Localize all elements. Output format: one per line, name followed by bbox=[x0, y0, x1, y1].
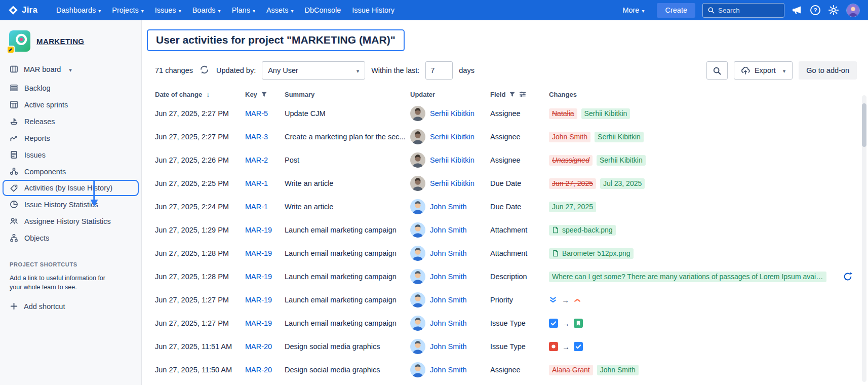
chevron-down-icon bbox=[66, 65, 72, 73]
updater-link[interactable]: Serhii Kibitkin bbox=[430, 109, 475, 118]
updater-link[interactable]: John Smith bbox=[430, 226, 467, 234]
nav-boards[interactable]: Boards bbox=[187, 0, 226, 20]
jira-logo[interactable]: Jira bbox=[8, 5, 37, 15]
vertical-scrollbar[interactable] bbox=[862, 95, 866, 382]
updater-link[interactable]: Serhii Kibitkin bbox=[430, 179, 475, 187]
updater-link[interactable]: Serhii Kibitkin bbox=[430, 133, 475, 141]
change-date: Jun 27, 2025, 1:27 PM bbox=[155, 296, 245, 304]
components-icon bbox=[10, 167, 18, 176]
issue-key-link[interactable]: MAR-3 bbox=[245, 133, 268, 141]
priority-lowest-icon bbox=[549, 296, 558, 304]
global-search[interactable] bbox=[702, 3, 784, 18]
issue-summary: Launch email marketing campaign bbox=[285, 273, 410, 281]
sidebar-item-issues[interactable]: Issues bbox=[0, 146, 141, 163]
nav-plans[interactable]: Plans bbox=[226, 0, 261, 20]
issue-key-link[interactable]: MAR-19 bbox=[245, 273, 272, 281]
filter-icon[interactable] bbox=[261, 91, 267, 98]
help-icon[interactable] bbox=[810, 5, 821, 16]
sidebar-item-reports[interactable]: Reports bbox=[0, 130, 141, 146]
issue-key-link[interactable]: MAR-5 bbox=[245, 109, 268, 118]
issue-key-link[interactable]: MAR-2 bbox=[245, 156, 268, 164]
header-field[interactable]: Field bbox=[490, 91, 549, 98]
plus-icon bbox=[10, 302, 18, 311]
attachment-name: Barometer 512px.png bbox=[562, 249, 630, 257]
issue-type-task-icon bbox=[574, 342, 583, 351]
new-value: Serhii Kibitkin bbox=[597, 155, 646, 166]
sidebar-item-active-sprints[interactable]: Active sprints bbox=[0, 96, 141, 113]
sidebar-item-assignee-history-statistics[interactable]: Assignee History Statistics bbox=[0, 213, 141, 229]
updater-link[interactable]: John Smith bbox=[430, 319, 467, 327]
updater-link[interactable]: John Smith bbox=[430, 273, 467, 281]
issue-summary: Launch email marketing campaign bbox=[285, 249, 410, 257]
updater-avatar bbox=[410, 269, 425, 284]
updater-avatar bbox=[410, 362, 425, 377]
sidebar-item-releases[interactable]: Releases bbox=[0, 113, 141, 130]
filter-icon[interactable] bbox=[509, 91, 516, 98]
user-avatar[interactable] bbox=[846, 4, 860, 17]
sidebar-item-issue-history-statistics[interactable]: Issue History Statistics bbox=[0, 196, 141, 213]
updater-link[interactable]: John Smith bbox=[430, 296, 467, 304]
issue-key-link[interactable]: MAR-19 bbox=[245, 249, 272, 257]
document-icon bbox=[552, 250, 559, 257]
refresh-button[interactable] bbox=[199, 65, 210, 76]
table-search-button[interactable] bbox=[706, 61, 728, 80]
updater-link[interactable]: John Smith bbox=[430, 249, 467, 257]
sidebar-item-components[interactable]: Components bbox=[0, 163, 141, 180]
header-label: Summary bbox=[285, 91, 314, 98]
table-row: Jun 27, 2025, 2:26 PM MAR-2 Post Serhii … bbox=[142, 148, 868, 172]
updater-link[interactable]: John Smith bbox=[430, 203, 467, 211]
sort-descending-icon[interactable] bbox=[202, 90, 210, 98]
issue-key-link[interactable]: MAR-1 bbox=[245, 203, 268, 211]
days-input[interactable] bbox=[425, 61, 453, 80]
change-date: Jun 27, 2025, 1:28 PM bbox=[155, 273, 245, 281]
updater-link[interactable]: Serhii Kibitkin bbox=[430, 156, 475, 164]
change-date: Jun 27, 2025, 2:27 PM bbox=[155, 109, 245, 118]
issue-key-link[interactable]: MAR-19 bbox=[245, 226, 272, 234]
updater-link[interactable]: John Smith bbox=[430, 366, 467, 374]
table-row: Jun 27, 2025, 1:27 PM MAR-19 Launch emai… bbox=[142, 312, 868, 335]
create-button[interactable]: Create bbox=[657, 3, 695, 18]
nav-dashboards[interactable]: Dashboards bbox=[51, 0, 106, 20]
issue-summary: Post bbox=[285, 156, 410, 164]
feedback-megaphone-icon[interactable] bbox=[792, 5, 803, 16]
nav-assets[interactable]: Assets bbox=[261, 0, 299, 20]
nav-issue-history[interactable]: Issue History bbox=[346, 0, 400, 20]
add-shortcut-button[interactable]: Add shortcut bbox=[10, 299, 132, 314]
nav-issues[interactable]: Issues bbox=[149, 0, 187, 20]
export-button[interactable]: Export bbox=[734, 61, 793, 80]
user-filter-select[interactable]: Any User bbox=[262, 61, 365, 80]
go-to-addon-button[interactable]: Go to add-on bbox=[799, 61, 857, 80]
header-summary[interactable]: Summary bbox=[285, 91, 410, 98]
column-settings-icon[interactable] bbox=[519, 91, 526, 98]
attachment-chip[interactable]: Barometer 512px.png bbox=[549, 248, 634, 259]
scrollbar-thumb[interactable] bbox=[862, 103, 866, 147]
issue-key-link[interactable]: MAR-1 bbox=[245, 179, 268, 187]
sidebar-item-backlog[interactable]: Backlog bbox=[0, 80, 141, 96]
main-content: User activities for project "MARKETING (… bbox=[142, 20, 868, 385]
days-label: days bbox=[459, 66, 475, 74]
updater-link[interactable]: John Smith bbox=[430, 342, 467, 351]
field-name: Assignee bbox=[490, 133, 549, 141]
global-search-input[interactable] bbox=[718, 7, 779, 14]
project-name-link[interactable]: MARKETING bbox=[36, 37, 84, 46]
change-date: Jun 27, 2025, 1:29 PM bbox=[155, 226, 245, 234]
issue-key-link[interactable]: MAR-20 bbox=[245, 366, 272, 374]
issue-key-link[interactable]: MAR-19 bbox=[245, 319, 272, 327]
attachment-chip[interactable]: speed-back.png bbox=[549, 225, 616, 236]
updated-by-label: Updated by: bbox=[216, 66, 256, 74]
issue-key-link[interactable]: MAR-19 bbox=[245, 296, 272, 304]
sidebar-item-activities[interactable]: Activities (by Issue History) bbox=[3, 180, 139, 196]
issue-key-link[interactable]: MAR-20 bbox=[245, 342, 272, 351]
board-switcher[interactable]: MAR board bbox=[0, 65, 141, 73]
header-date-of-change[interactable]: Date of change bbox=[155, 90, 245, 98]
settings-gear-icon[interactable] bbox=[828, 5, 839, 16]
nav-projects[interactable]: Projects bbox=[106, 0, 149, 20]
sidebar-item-objects[interactable]: Objects bbox=[0, 229, 141, 246]
nav-dbconsole[interactable]: DbConsole bbox=[299, 0, 347, 20]
table-row: Jun 27, 2025, 1:28 PM MAR-19 Launch emai… bbox=[142, 265, 868, 288]
header-key[interactable]: Key bbox=[245, 91, 285, 98]
nav-label: Assets bbox=[266, 6, 289, 14]
revert-icon[interactable] bbox=[843, 272, 853, 282]
header-updater[interactable]: Updater bbox=[410, 91, 490, 98]
nav-more[interactable]: More bbox=[617, 0, 650, 20]
